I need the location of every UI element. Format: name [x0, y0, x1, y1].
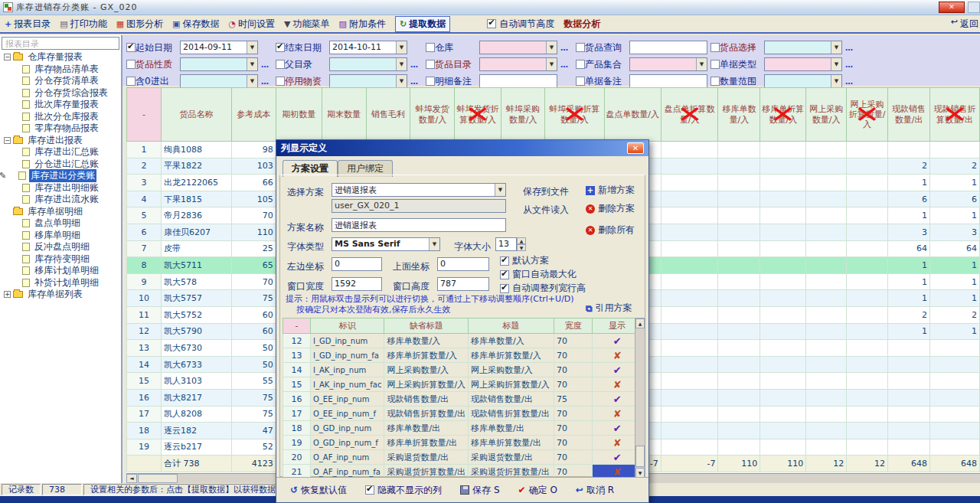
toolbar-button-arrow-down[interactable]: ▼功能菜单	[284, 18, 329, 31]
data-cell[interactable]	[806, 389, 847, 406]
filter-checkbox[interactable]	[710, 60, 720, 69]
filter-field[interactable]: ▼	[180, 74, 258, 88]
data-cell[interactable]	[806, 423, 847, 439]
top-coord-input[interactable]: 0	[437, 257, 489, 271]
ref-cost-cell[interactable]: 70	[231, 207, 276, 224]
data-cell[interactable]	[661, 158, 718, 175]
column-header[interactable]: 蚌埠采购数量/入	[501, 88, 545, 142]
grid-caption[interactable]: 移库单数量/入	[469, 334, 554, 348]
column-header[interactable]: 蚌埠发货折算数量/入✕	[455, 88, 501, 142]
data-cell[interactable]	[760, 389, 806, 406]
ellipsis-button[interactable]: …	[845, 44, 854, 52]
ellipsis-button[interactable]: …	[410, 60, 419, 69]
hide-columns-toggle[interactable]: 隐藏不显示的列	[365, 484, 442, 497]
ref-scheme-button[interactable]: ⧉ 引用方案	[586, 302, 632, 315]
toolbar-button-save[interactable]: ▣保存数据	[172, 18, 219, 31]
sidebar-item-15[interactable]: 盘点单明细	[0, 217, 121, 230]
dropdown-arrow-icon[interactable]: ▼	[396, 75, 407, 87]
sidebar-item-5[interactable]: 批次库存量报表	[0, 99, 121, 111]
filter-field[interactable]: ▼	[329, 74, 407, 88]
grid-row-number[interactable]: 20	[283, 450, 311, 465]
dropdown-arrow-icon[interactable]: ▼	[831, 75, 841, 87]
cash-sale-conv-qty-cell[interactable]	[929, 340, 979, 357]
filter-field[interactable]	[629, 41, 707, 54]
filter-checkbox[interactable]	[710, 43, 720, 52]
data-cell[interactable]	[847, 191, 888, 207]
sidebar-item-7[interactable]: 零库存物品报表	[0, 122, 121, 135]
column-header[interactable]: -	[127, 88, 162, 142]
grid-field-id[interactable]: O_GD_inp_num_f	[311, 436, 384, 450]
data-analysis-button[interactable]: 数据分析	[564, 18, 600, 31]
cash-sale-conv-qty-cell[interactable]: 1	[929, 290, 979, 307]
filter-field[interactable]	[479, 74, 557, 88]
product-name-cell[interactable]: 凯大6730	[161, 340, 231, 357]
data-cell[interactable]	[847, 340, 888, 357]
data-cell[interactable]	[806, 290, 847, 307]
data-cell[interactable]	[661, 257, 718, 274]
filter-field[interactable]: ▼	[629, 57, 707, 71]
cash-sale-qty-cell[interactable]	[888, 373, 930, 390]
data-cell[interactable]	[661, 356, 718, 373]
cancel-button[interactable]: ↩ 取消 R	[576, 484, 614, 497]
dropdown-arrow-icon[interactable]: ▼	[247, 58, 257, 70]
data-cell[interactable]	[847, 389, 888, 406]
grid-width-cell[interactable]: 70	[554, 377, 593, 392]
grid-row[interactable]: 20O_AF_inp_num采购退货数量/出采购退货数量/出70✔	[283, 450, 642, 465]
data-cell[interactable]	[718, 423, 760, 439]
grid-default-caption[interactable]: 移库单数量/出	[384, 421, 469, 436]
filter-field[interactable]: 2014-10-11▼	[329, 41, 407, 54]
grid-field-id[interactable]: O_AF_inp_num	[311, 450, 384, 465]
product-name-cell[interactable]: 平果1822	[161, 158, 231, 175]
product-name-cell[interactable]: 凯大578	[161, 273, 231, 290]
row-number-cell[interactable]: 18	[127, 423, 162, 439]
cash-sale-conv-qty-cell[interactable]: 2	[929, 158, 979, 175]
data-cell[interactable]	[718, 175, 760, 191]
row-number-cell[interactable]: 2	[127, 158, 162, 175]
ref-cost-cell[interactable]: 105	[231, 191, 276, 207]
product-name-cell[interactable]: 凯大5757	[161, 290, 231, 307]
filter-checkbox[interactable]	[576, 77, 585, 86]
filter-checkbox[interactable]	[576, 60, 585, 69]
dropdown-arrow-icon[interactable]: ▼	[546, 41, 557, 54]
grid-field-id[interactable]: I_AK_inp_num	[311, 363, 384, 377]
toolbar-button-extract[interactable]: ↻提取数据	[395, 16, 450, 32]
column-header[interactable]: 参考成本	[231, 88, 276, 142]
sidebar-item-19[interactable]: 移库计划单明细	[0, 265, 121, 277]
data-cell[interactable]	[661, 290, 718, 307]
data-cell[interactable]	[806, 240, 847, 257]
cash-sale-conv-qty-cell[interactable]: 2	[929, 306, 979, 323]
data-cell[interactable]	[806, 373, 847, 390]
data-cell[interactable]	[806, 175, 847, 191]
hscroll-left-arrow[interactable]: ◄	[126, 474, 137, 483]
data-cell[interactable]	[661, 191, 718, 207]
data-cell[interactable]	[718, 191, 760, 207]
dropdown-arrow-icon[interactable]: ▼	[429, 238, 439, 250]
product-name-cell[interactable]: 逐云182	[161, 423, 231, 439]
column-grid[interactable]: -标识缺省标题标题宽度显示12I_GD_inp_num移库单数量/入移库单数量/…	[283, 318, 642, 479]
select-scheme-dropdown[interactable]: 进销退报表 ▼	[332, 183, 506, 197]
data-cell[interactable]	[760, 158, 806, 175]
cash-sale-qty-cell[interactable]	[888, 356, 930, 373]
column-header[interactable]: 销售毛利	[366, 88, 410, 142]
data-cell[interactable]	[847, 142, 888, 158]
cash-sale-qty-cell[interactable]	[888, 340, 930, 357]
data-cell[interactable]	[806, 158, 847, 175]
ref-cost-cell[interactable]: 50	[231, 340, 276, 357]
cash-sale-qty-cell[interactable]: 1	[888, 207, 930, 224]
filter-checkbox[interactable]	[126, 77, 136, 86]
grid-row-number[interactable]: 18	[283, 421, 311, 436]
dropdown-arrow-icon[interactable]: ▼	[495, 184, 505, 196]
ellipsis-button[interactable]: …	[410, 77, 419, 86]
grid-row[interactable]: 19O_GD_inp_num_f移库单折算数量/出移库单折算数量/出70✘	[283, 436, 642, 450]
grid-default-caption[interactable]: 采购退货数量/出	[384, 450, 469, 465]
data-cell[interactable]	[847, 224, 888, 240]
data-cell[interactable]	[760, 175, 806, 191]
data-cell[interactable]	[806, 323, 847, 340]
data-cell[interactable]	[661, 423, 718, 439]
data-cell[interactable]	[847, 207, 888, 224]
dropdown-arrow-icon[interactable]: ▼	[831, 41, 841, 54]
data-cell[interactable]	[806, 439, 847, 456]
data-cell[interactable]	[806, 191, 847, 207]
grid-row-number[interactable]: 16	[283, 392, 311, 407]
restore-defaults-button[interactable]: ↺ 恢复默认值	[290, 484, 347, 497]
